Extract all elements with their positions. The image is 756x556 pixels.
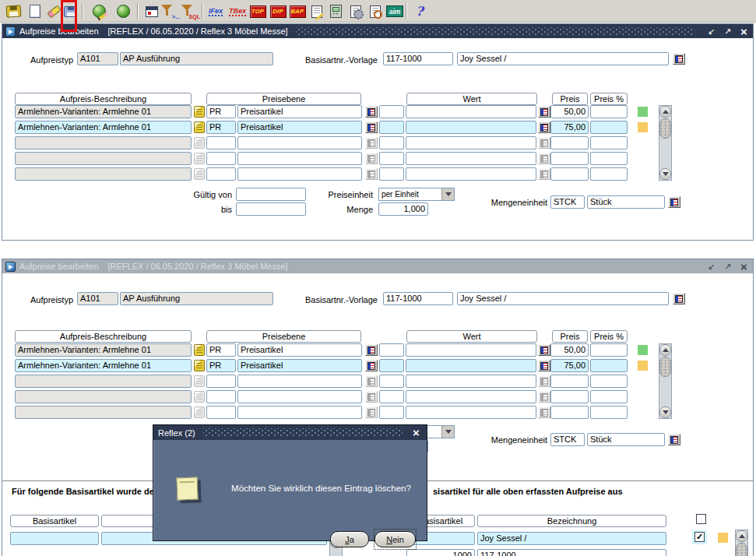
ifex-button[interactable]: IFex (206, 2, 226, 20)
help-button[interactable]: ? (410, 2, 430, 20)
wert-lookup-button[interactable] (538, 344, 550, 356)
grid-wert-name-field[interactable] (406, 167, 536, 181)
basisartnr-lookup-button[interactable] (673, 293, 685, 304)
basisartikel-field[interactable] (10, 532, 99, 545)
grid-scrollbar[interactable] (659, 105, 672, 181)
grid-desc-field[interactable]: Armlehnen-Varianten: Armlehne 01 (15, 121, 192, 134)
grid-ebene-name-field[interactable]: Preisartikel (237, 105, 362, 118)
chevron-down-icon[interactable] (441, 188, 454, 200)
scroll-up-button[interactable] (659, 106, 671, 118)
grid-desc-field[interactable]: Armlehnen-Varianten: Armlehne 01 (15, 105, 192, 118)
grid-preis-pct-field[interactable] (590, 136, 628, 150)
grid-preis-field[interactable] (550, 167, 589, 181)
grid-wert-name-field[interactable] (406, 359, 536, 372)
grid-ebene-code-field[interactable]: PR (206, 343, 236, 357)
grid-wert-name-field[interactable] (406, 121, 536, 134)
grid-desc-field[interactable] (15, 167, 192, 181)
calculator-button[interactable] (325, 2, 346, 20)
grid-preis-field[interactable] (550, 136, 589, 150)
grid-preis-field[interactable] (550, 390, 589, 403)
grid-wert-code-field[interactable] (379, 167, 404, 181)
yes-button[interactable]: Ja (330, 531, 369, 547)
dialog-titlebar[interactable]: Reflex (2) (153, 425, 427, 440)
wert-lookup-button[interactable] (538, 106, 550, 118)
grid-desc-field[interactable] (15, 152, 192, 165)
close-icon[interactable] (738, 26, 750, 37)
grid-wert-name-field[interactable] (406, 152, 536, 165)
grid-scrollbar[interactable] (659, 343, 672, 419)
grid-wert-code-field[interactable] (379, 105, 404, 118)
grid-preis-field[interactable] (550, 375, 589, 388)
chevron-down-icon[interactable] (441, 426, 454, 438)
grid-wert-name-field[interactable] (406, 406, 536, 419)
mengeneinheit-code-field[interactable]: STCK (550, 433, 585, 446)
grid-ebene-code-field[interactable] (206, 152, 236, 165)
close-icon[interactable] (410, 426, 422, 439)
grid-desc-field[interactable] (15, 375, 192, 388)
titlebar[interactable]: Aufpreise bearbeiten [REFLEX / 06.05.202… (2, 259, 753, 273)
basisartnr-lookup-button[interactable] (673, 53, 685, 65)
note-icon[interactable] (194, 360, 205, 371)
grid-ebene-name-field[interactable] (237, 375, 362, 388)
aufpreistyp-name-field[interactable]: AP Ausführung (120, 52, 273, 65)
grid-preis-pct-field[interactable] (590, 343, 628, 357)
aufpreistyp-code-field[interactable]: A101 (77, 292, 118, 305)
right-grid-scrollbar[interactable] (735, 530, 748, 556)
grid-preis-pct-field[interactable] (590, 375, 628, 388)
filter-sql-button[interactable]: SQL (179, 2, 199, 20)
dip-button[interactable]: DIP (268, 2, 288, 20)
menge-field[interactable]: 1,000 (378, 202, 428, 216)
grid-ebene-name-field[interactable] (237, 406, 362, 419)
grid-preis-pct-field[interactable] (590, 105, 628, 118)
note-icon[interactable] (194, 106, 205, 118)
grid-ebene-name-field[interactable]: Preisartikel (237, 359, 362, 372)
ebene-lookup-button[interactable] (365, 121, 378, 133)
wert-lookup-button[interactable] (538, 121, 550, 133)
grid-preis-field[interactable] (550, 406, 589, 419)
bezeichnung-field[interactable]: 117-1000 (477, 549, 666, 556)
grid-ebene-code-field[interactable]: PR (206, 105, 236, 118)
grid-desc-field[interactable]: Armlehnen-Varianten: Armlehne 01 (15, 343, 192, 357)
grid-ebene-code-field[interactable] (206, 136, 236, 150)
grid-desc-field[interactable] (15, 390, 192, 403)
print-setup-button[interactable] (346, 2, 366, 20)
globe-pen-button[interactable] (89, 2, 109, 20)
notes-button[interactable] (307, 2, 327, 20)
grid-preis-field[interactable]: 50,00 (550, 343, 589, 357)
grid-wert-name-field[interactable] (406, 375, 536, 388)
minimize-icon[interactable] (705, 26, 717, 37)
minimize-icon[interactable] (705, 262, 717, 272)
grid-ebene-name-field[interactable]: Preisartikel (237, 121, 362, 134)
basisartnr-name-field[interactable]: Joy Sessel / (457, 292, 669, 305)
grid-preis-pct-field[interactable] (590, 406, 628, 419)
grid-preis-field[interactable] (550, 152, 589, 165)
grid-wert-name-field[interactable] (406, 390, 536, 403)
top-button[interactable]: TOP (248, 2, 268, 20)
grid-preis-pct-field[interactable] (590, 359, 628, 372)
scroll-up-button[interactable] (659, 344, 671, 356)
basisartnr-code-field[interactable]: 117-1000 (383, 52, 453, 65)
filter-button[interactable]: >... (159, 2, 179, 20)
grid-ebene-code-field[interactable] (206, 406, 236, 419)
grid-ebene-name-field[interactable] (237, 390, 362, 403)
close-icon[interactable] (738, 262, 750, 272)
grid-preis-pct-field[interactable] (590, 390, 628, 403)
scroll-down-button[interactable] (659, 168, 671, 180)
mengeneinheit-code-field[interactable]: STCK (550, 195, 585, 209)
grid-ebene-name-field[interactable] (237, 136, 362, 150)
preview-button[interactable] (365, 2, 385, 20)
scroll-thumb[interactable] (659, 357, 671, 377)
grid-wert-code-field[interactable] (379, 152, 404, 165)
basisartikel-field[interactable]: 1000 (406, 549, 475, 556)
grid-desc-field[interactable] (15, 136, 192, 150)
grid-ebene-code-field[interactable] (206, 167, 236, 181)
note-icon[interactable] (194, 121, 205, 133)
mengeneinheit-lookup-button[interactable] (668, 434, 680, 445)
wert-lookup-button[interactable] (538, 360, 550, 371)
save-button[interactable] (3, 2, 23, 20)
grid-wert-name-field[interactable] (406, 136, 536, 150)
grid-preis-field[interactable]: 50,00 (550, 105, 589, 118)
grid-wert-code-field[interactable] (379, 121, 404, 134)
ebene-lookup-button[interactable] (365, 106, 378, 118)
scroll-down-button[interactable] (659, 406, 671, 418)
